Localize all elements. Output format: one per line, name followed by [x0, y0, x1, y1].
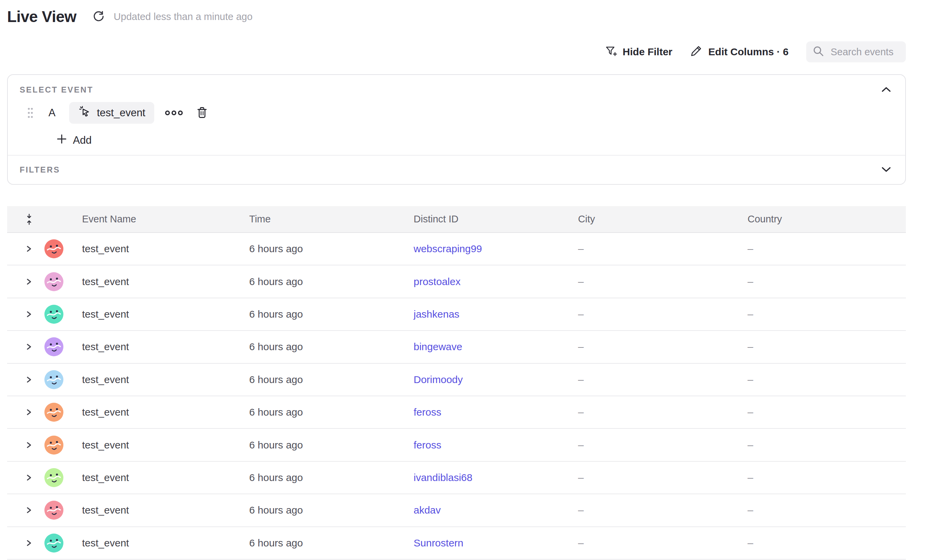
cell-country: – [748, 505, 906, 516]
avatar [45, 435, 63, 455]
table-row: test_event 6 hours ago feross – – [7, 429, 906, 462]
column-header-country: Country [748, 214, 906, 225]
more-options-icon[interactable] [165, 109, 183, 116]
column-header-time: Time [249, 214, 414, 225]
avatar [45, 403, 63, 422]
cell-city: – [578, 374, 748, 385]
cell-event-name: test_event [82, 439, 249, 451]
cell-time: 6 hours ago [249, 276, 414, 288]
cell-city: – [578, 341, 748, 352]
add-event-button[interactable]: Add [57, 134, 92, 147]
event-sequence-letter: A [48, 107, 55, 119]
cell-time: 6 hours ago [249, 374, 414, 385]
cell-event-name: test_event [82, 374, 249, 385]
cell-city: – [578, 505, 748, 516]
table-header: Event Name Time Distinct ID City Country [7, 206, 906, 233]
hide-filter-label: Hide Filter [623, 46, 673, 58]
search-input[interactable] [830, 46, 900, 58]
distinct-id-link[interactable]: bingewave [414, 341, 462, 352]
cell-time: 6 hours ago [249, 406, 414, 418]
row-expand-chevron-right-icon[interactable] [25, 277, 33, 286]
distinct-id-link[interactable]: jashkenas [414, 308, 459, 320]
expand-filters-button[interactable] [881, 166, 891, 174]
row-expand-chevron-right-icon[interactable] [25, 538, 33, 548]
cell-country: – [748, 406, 906, 418]
cell-country: – [748, 276, 906, 288]
hide-filter-button[interactable]: Hide Filter [605, 45, 673, 60]
distinct-id-link[interactable]: webscraping99 [414, 243, 482, 255]
cell-event-name: test_event [82, 341, 249, 352]
row-expand-chevron-right-icon[interactable] [25, 244, 33, 254]
cell-time: 6 hours ago [249, 505, 414, 516]
table-row: test_event 6 hours ago ivandiblasi68 – – [7, 462, 906, 494]
avatar [45, 534, 63, 552]
cell-event-name: test_event [82, 406, 249, 418]
avatar [45, 501, 63, 520]
distinct-id-link[interactable]: prostoalex [414, 276, 460, 288]
cell-time: 6 hours ago [249, 243, 414, 255]
row-expand-chevron-right-icon[interactable] [25, 375, 33, 385]
add-button-label: Add [73, 134, 92, 146]
filters-label: FILTERS [20, 165, 60, 175]
cell-event-name: test_event [82, 276, 249, 288]
distinct-id-link[interactable]: akdav [414, 505, 441, 516]
table-row: test_event 6 hours ago Sunrostern – – [7, 527, 906, 560]
edit-columns-button[interactable]: Edit Columns · 6 [690, 45, 788, 60]
pencil-icon [690, 45, 703, 60]
cell-country: – [748, 537, 906, 549]
column-header-event-name: Event Name [82, 214, 249, 225]
distinct-id-link[interactable]: feross [414, 406, 442, 418]
cell-country: – [748, 308, 906, 320]
refresh-button[interactable] [92, 10, 105, 23]
avatar [45, 305, 63, 324]
search-icon [812, 45, 825, 58]
row-expand-chevron-right-icon[interactable] [25, 408, 33, 417]
table-row: test_event 6 hours ago bingewave – – [7, 331, 906, 363]
collapse-select-event-button[interactable] [881, 86, 891, 94]
cell-country: – [748, 374, 906, 385]
cell-city: – [578, 472, 748, 483]
row-expand-chevron-right-icon[interactable] [25, 342, 33, 352]
event-selector-chip[interactable]: test_event [69, 102, 154, 124]
events-table: Event Name Time Distinct ID City Country… [7, 206, 906, 560]
cell-event-name: test_event [82, 308, 249, 320]
cell-city: – [578, 406, 748, 418]
cell-time: 6 hours ago [249, 439, 414, 451]
edit-columns-label: Edit Columns · 6 [708, 46, 788, 58]
cell-city: – [578, 243, 748, 255]
row-expand-chevron-right-icon[interactable] [25, 505, 33, 515]
column-header-city: City [578, 214, 748, 225]
avatar [45, 239, 63, 258]
event-chip-label: test_event [97, 107, 145, 119]
search-box[interactable] [806, 42, 906, 62]
cell-event-name: test_event [82, 243, 249, 255]
distinct-id-link[interactable]: feross [414, 439, 442, 451]
cell-country: – [748, 439, 906, 451]
cell-country: – [748, 341, 906, 352]
avatar [45, 272, 63, 291]
cell-event-name: test_event [82, 505, 249, 516]
distinct-id-link[interactable]: Dorimoody [414, 374, 463, 385]
plus-icon [57, 134, 67, 147]
cell-time: 6 hours ago [249, 472, 414, 483]
table-row: test_event 6 hours ago jashkenas – – [7, 298, 906, 331]
toolbar: Hide Filter Edit Columns · 6 [605, 42, 906, 62]
cell-country: – [748, 472, 906, 483]
cell-city: – [578, 439, 748, 451]
cursor-click-icon [78, 105, 92, 121]
table-row: test_event 6 hours ago Dorimoody – – [7, 364, 906, 396]
drag-handle-icon[interactable] [28, 106, 34, 120]
distinct-id-link[interactable]: Sunrostern [414, 537, 463, 549]
trash-icon[interactable] [196, 106, 208, 119]
distinct-id-link[interactable]: ivandiblasi68 [414, 472, 472, 483]
cell-time: 6 hours ago [249, 537, 414, 549]
row-expand-chevron-right-icon[interactable] [25, 440, 33, 450]
cell-time: 6 hours ago [249, 341, 414, 352]
cell-city: – [578, 537, 748, 549]
row-expand-chevron-right-icon[interactable] [25, 309, 33, 319]
live-view-page: Live View Updated less than a minute ago… [0, 0, 933, 560]
collapse-rows-icon[interactable] [25, 214, 34, 225]
row-expand-chevron-right-icon[interactable] [25, 473, 33, 482]
query-panel: SELECT EVENT A [7, 74, 906, 185]
table-row: test_event 6 hours ago webscraping99 – – [7, 233, 906, 265]
